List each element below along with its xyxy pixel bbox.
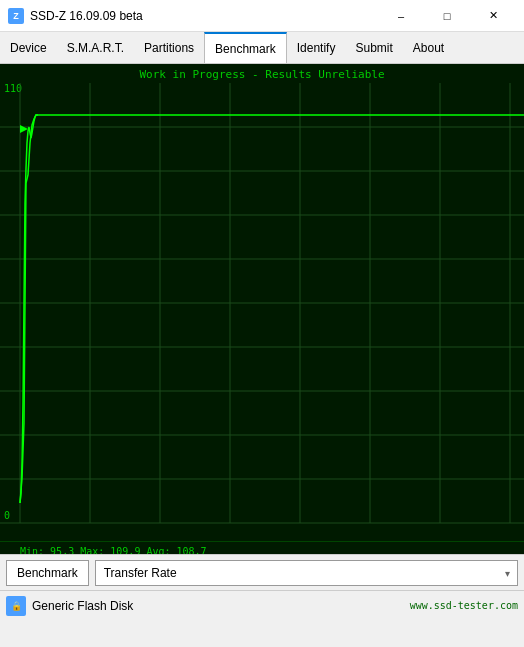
chart-header: Work in Progress - Results Unreliable: [0, 64, 524, 83]
title-bar-left: Z SSD-Z 16.09.09 beta: [8, 8, 143, 24]
menu-item-submit[interactable]: Submit: [345, 32, 402, 63]
menu-item-partitions[interactable]: Partitions: [134, 32, 204, 63]
benchmark-chart: [0, 83, 524, 541]
status-bar: 🔒 Generic Flash Disk www.ssd-tester.com: [0, 590, 524, 620]
title-bar: Z SSD-Z 16.09.09 beta – □ ✕: [0, 0, 524, 32]
stats-bar: Min: 95,3 Max: 109,9 Avg: 108,7: [0, 541, 524, 554]
menu-item-identify[interactable]: Identify: [287, 32, 346, 63]
maximize-button[interactable]: □: [424, 0, 470, 32]
status-left: 🔒 Generic Flash Disk: [6, 596, 133, 616]
stats-text: Min: 95,3 Max: 109,9 Avg: 108,7: [20, 546, 207, 554]
dropdown-container: Transfer Rate Access Time Burst Rate ▾: [95, 560, 518, 586]
minimize-button[interactable]: –: [378, 0, 424, 32]
menu-bar: Device S.M.A.R.T. Partitions Benchmark I…: [0, 32, 524, 64]
status-lock-icon: 🔒: [6, 596, 26, 616]
menu-item-about[interactable]: About: [403, 32, 454, 63]
chart-area: 110: [0, 83, 524, 541]
app-icon: Z: [8, 8, 24, 24]
chart-type-dropdown[interactable]: Transfer Rate Access Time Burst Rate: [95, 560, 518, 586]
chart-container: Work in Progress - Results Unreliable 11…: [0, 64, 524, 554]
website-label: www.ssd-tester.com: [410, 600, 518, 611]
menu-item-device[interactable]: Device: [0, 32, 57, 63]
svg-marker-18: [20, 125, 28, 133]
device-name: Generic Flash Disk: [32, 599, 133, 613]
bottom-controls: Benchmark Transfer Rate Access Time Burs…: [0, 554, 524, 590]
benchmark-button[interactable]: Benchmark: [6, 560, 89, 586]
window-title: SSD-Z 16.09.09 beta: [30, 9, 143, 23]
window-controls: – □ ✕: [378, 0, 516, 32]
y-axis-min-label: 0: [4, 510, 10, 521]
close-button[interactable]: ✕: [470, 0, 516, 32]
menu-item-benchmark[interactable]: Benchmark: [204, 32, 287, 63]
menu-item-smart[interactable]: S.M.A.R.T.: [57, 32, 134, 63]
